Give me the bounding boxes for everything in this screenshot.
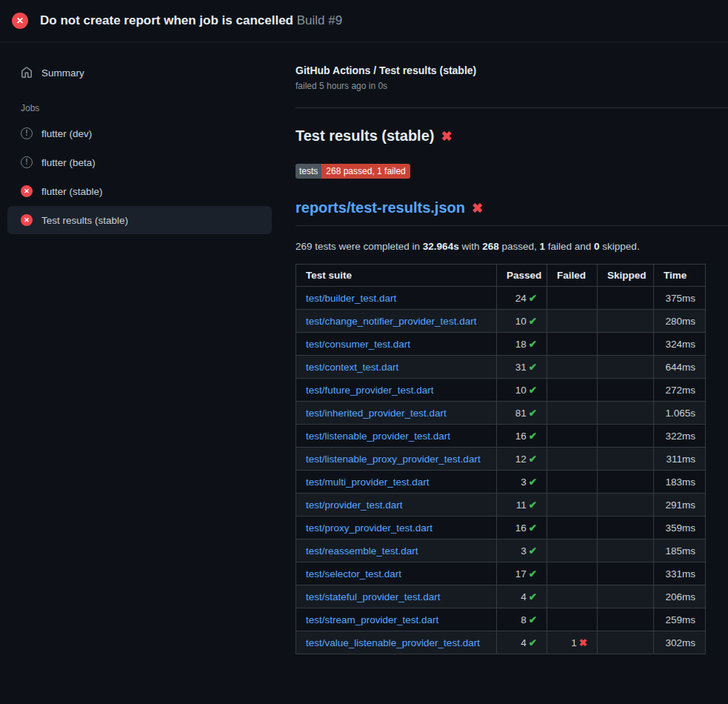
col-time: Time <box>654 265 706 287</box>
report-file-link[interactable]: reports/test-results.json <box>295 199 465 216</box>
divider <box>295 107 728 108</box>
x-icon: ✖ <box>579 637 587 648</box>
time-cell: 183ms <box>654 471 706 494</box>
neutral-status-icon: ! <box>21 156 33 168</box>
passed-cell: 16✔ <box>497 517 547 539</box>
check-icon: ✔ <box>529 545 537 557</box>
sidebar-job-item[interactable]: ✕ flutter (stable) <box>7 177 272 205</box>
passed-cell: 12✔ <box>497 448 547 471</box>
skipped-cell <box>598 425 654 448</box>
test-suite-link[interactable]: test/consumer_test.dart <box>306 339 410 350</box>
table-row: test/stream_provider_test.dart 8✔ 259ms <box>296 608 706 631</box>
build-title: Do not create report when job is cancell… <box>40 13 293 27</box>
passed-cell: 17✔ <box>497 562 547 585</box>
x-glyph: ✕ <box>16 16 24 25</box>
time-cell: 331ms <box>654 562 706 585</box>
test-suite-link[interactable]: test/future_provider_test.dart <box>306 385 434 396</box>
time-cell: 644ms <box>654 356 706 379</box>
sidebar-item-summary[interactable]: Summary <box>7 59 272 87</box>
test-suite-link[interactable]: test/builder_test.dart <box>306 293 396 304</box>
check-icon: ✔ <box>529 316 537 327</box>
table-header: Test suite Passed Failed Skipped Time <box>296 265 706 287</box>
sidebar: Summary Jobs ! flutter (dev) ! flutter (… <box>0 42 284 235</box>
test-suite-link[interactable]: test/value_listenable_provider_test.dart <box>306 637 480 648</box>
skipped-cell <box>598 494 654 517</box>
skipped-cell <box>598 562 654 585</box>
table-row: test/consumer_test.dart 18✔ 324ms <box>296 333 706 356</box>
check-icon: ✔ <box>529 637 537 648</box>
skipped-cell <box>598 287 654 310</box>
suite-cell: test/reassemble_test.dart <box>296 539 497 562</box>
skipped-cell <box>598 631 654 654</box>
passed-cell: 81✔ <box>497 402 547 425</box>
suite-cell: test/multi_provider_test.dart <box>296 471 497 494</box>
page-title: Do not create report when job is cancell… <box>40 13 342 28</box>
time-cell: 272ms <box>654 379 706 402</box>
sidebar-job-item[interactable]: ! flutter (dev) <box>7 119 272 147</box>
table-row: test/future_provider_test.dart 10✔ 272ms <box>296 379 706 402</box>
summary-text: 269 tests were completed in 32.964s with… <box>295 241 728 252</box>
build-number: Build #9 <box>297 13 342 27</box>
table-row: test/stateful_provider_test.dart 4✔ 206m… <box>296 585 706 608</box>
sidebar-job-item[interactable]: ! flutter (beta) <box>7 148 272 176</box>
summary-passed-count: 268 <box>482 241 499 252</box>
main-content: GitHub Actions / Test results (stable) f… <box>284 42 728 654</box>
test-suite-link[interactable]: test/proxy_provider_test.dart <box>306 522 433 534</box>
layout: Summary Jobs ! flutter (dev) ! flutter (… <box>0 42 728 654</box>
failed-cell <box>547 448 598 471</box>
test-suite-link[interactable]: test/change_notifier_provider_test.dart <box>306 316 476 327</box>
failed-cell <box>547 471 598 494</box>
badge-value: 268 passed, 1 failed <box>321 164 410 179</box>
test-suite-link[interactable]: test/provider_test.dart <box>306 499 403 511</box>
job-label: flutter (stable) <box>41 186 103 197</box>
test-suite-link[interactable]: test/listenable_provider_test.dart <box>306 431 450 442</box>
table-row: test/value_listenable_provider_test.dart… <box>296 631 706 654</box>
summary-failed-count: 1 <box>540 241 546 252</box>
failed-cell <box>547 608 598 631</box>
test-suite-link[interactable]: test/reassemble_test.dart <box>306 545 418 557</box>
time-cell: 206ms <box>654 585 706 608</box>
results-tbody: test/builder_test.dart 24✔ 375ms test/ch… <box>296 287 706 654</box>
table-row: test/listenable_proxy_provider_test.dart… <box>296 448 706 471</box>
failed-x-icon: ✖ <box>441 130 452 143</box>
check-icon: ✔ <box>529 614 537 625</box>
time-cell: 375ms <box>654 287 706 310</box>
test-suite-link[interactable]: test/listenable_proxy_provider_test.dart <box>306 454 481 465</box>
test-suite-link[interactable]: test/multi_provider_test.dart <box>306 476 430 488</box>
skipped-cell <box>598 585 654 608</box>
passed-cell: 24✔ <box>497 287 547 310</box>
failed-status-icon: ✕ <box>21 214 33 226</box>
check-icon: ✔ <box>529 522 537 534</box>
job-label: Test results (stable) <box>41 215 128 226</box>
passed-cell: 31✔ <box>497 356 547 379</box>
summary-segment: with <box>459 241 483 252</box>
test-suite-link[interactable]: test/stream_provider_test.dart <box>306 614 438 625</box>
check-icon: ✔ <box>529 454 537 465</box>
jobs-list: ! flutter (dev) ! flutter (beta) ✕ flutt… <box>0 119 284 234</box>
suite-cell: test/context_test.dart <box>296 356 497 379</box>
sidebar-job-item[interactable]: ✕ Test results (stable) <box>7 206 272 234</box>
check-icon: ✔ <box>529 339 537 350</box>
passed-cell: 3✔ <box>497 471 547 494</box>
check-icon: ✔ <box>529 476 537 488</box>
skipped-cell <box>598 517 654 539</box>
run-meta: failed 5 hours ago in 0s <box>295 81 728 91</box>
tests-badge: tests 268 passed, 1 failed <box>295 164 410 179</box>
suite-cell: test/selector_test.dart <box>296 562 497 585</box>
test-suite-link[interactable]: test/context_test.dart <box>306 362 398 373</box>
test-suite-link[interactable]: test/stateful_provider_test.dart <box>306 591 441 602</box>
report-heading: reports/test-results.json ✖ <box>295 199 728 226</box>
table-row: test/reassemble_test.dart 3✔ 185ms <box>296 539 706 562</box>
passed-cell: 4✔ <box>497 631 547 654</box>
suite-cell: test/inherited_provider_test.dart <box>296 402 497 425</box>
failed-cell <box>547 287 598 310</box>
test-suite-link[interactable]: test/selector_test.dart <box>306 568 401 580</box>
passed-cell: 4✔ <box>497 585 547 608</box>
section-heading: Test results (stable) ✖ <box>295 127 728 145</box>
suite-cell: test/provider_test.dart <box>296 494 497 517</box>
test-suite-link[interactable]: test/inherited_provider_test.dart <box>306 408 447 419</box>
table-row: test/provider_test.dart 11✔ 291ms <box>296 494 706 517</box>
failed-cell: 1✖ <box>547 631 598 654</box>
col-test-suite: Test suite <box>296 265 497 287</box>
summary-segment: skipped. <box>600 241 640 252</box>
